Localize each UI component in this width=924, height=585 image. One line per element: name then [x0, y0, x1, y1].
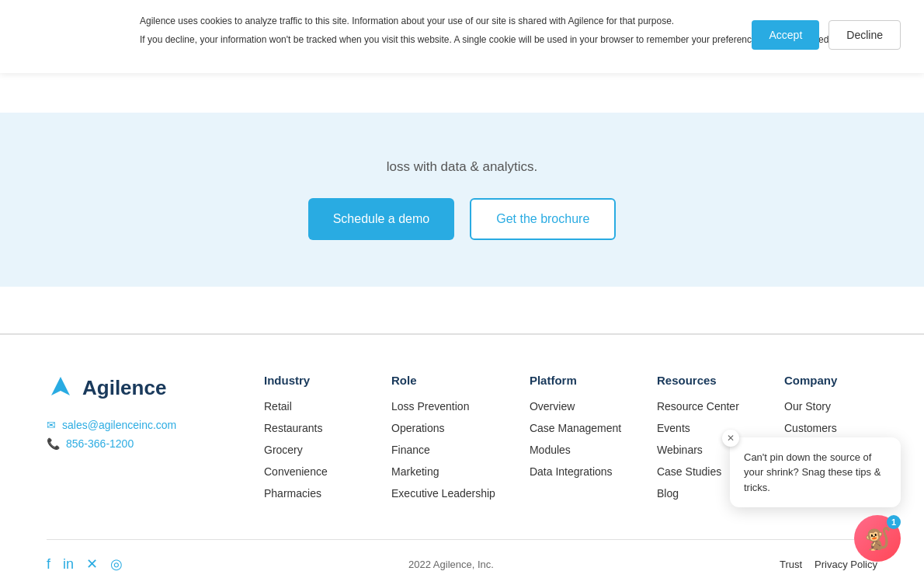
list-item: Executive Leadership: [391, 486, 495, 500]
list-item: Restaurants: [264, 421, 357, 435]
platform-list: Overview Case Management Modules Data In…: [530, 399, 623, 479]
list-item: Our Story: [784, 399, 877, 413]
list-item: Grocery: [264, 443, 357, 457]
list-item: Operations: [391, 421, 495, 435]
footer-col-role: Role Loss Prevention Operations Finance …: [391, 374, 495, 508]
resources-title: Resources: [657, 374, 750, 387]
retail-link[interactable]: Retail: [264, 400, 292, 413]
list-item: Retail: [264, 399, 357, 413]
blog-link[interactable]: Blog: [657, 487, 679, 500]
social-icons: f in ✕ ◎: [47, 555, 123, 573]
copyright: 2022 Agilence, Inc.: [408, 559, 494, 570]
events-link[interactable]: Events: [657, 422, 690, 434]
list-item: Data Integrations: [530, 465, 623, 479]
list-item: Pharmacies: [264, 486, 357, 500]
pharmacies-link[interactable]: Pharmacies: [264, 487, 321, 500]
hero-section: loss with data & analytics. Schedule a d…: [0, 113, 924, 287]
list-item: Case Management: [530, 421, 623, 435]
svg-marker-0: [51, 377, 70, 395]
chat-close-button[interactable]: ✕: [722, 430, 739, 447]
convenience-link[interactable]: Convenience: [264, 465, 328, 478]
phone-item: 📞 856-366-1200: [47, 437, 264, 450]
hero-subtitle: loss with data & analytics.: [229, 159, 695, 175]
cookie-buttons: Accept Decline: [752, 20, 901, 50]
operations-link[interactable]: Operations: [391, 422, 444, 434]
schedule-demo-button[interactable]: Schedule a demo: [308, 198, 455, 240]
customers-link[interactable]: Customers: [784, 422, 837, 434]
industry-list: Retail Restaurants Grocery Convenience P…: [264, 399, 357, 500]
logo-icon: [47, 374, 75, 402]
list-item: Modules: [530, 443, 623, 457]
restaurants-link[interactable]: Restaurants: [264, 422, 322, 434]
footer-brand: Agilence ✉ sales@agilenceinc.com 📞 856-3…: [47, 374, 264, 456]
list-item: Finance: [391, 443, 495, 457]
email-icon: ✉: [47, 419, 56, 431]
company-title: Company: [784, 374, 877, 387]
industry-title: Industry: [264, 374, 357, 387]
our-story-link[interactable]: Our Story: [784, 400, 831, 413]
marketing-link[interactable]: Marketing: [391, 465, 439, 478]
modules-link[interactable]: Modules: [530, 444, 571, 456]
logo-text: Agilence: [82, 376, 166, 400]
cookie-banner: Agilence uses cookies to analyze traffic…: [0, 0, 924, 73]
facebook-icon[interactable]: f: [47, 556, 50, 573]
avatar[interactable]: 🐒 1: [854, 515, 901, 562]
instagram-icon[interactable]: ◎: [110, 555, 123, 573]
email-link[interactable]: sales@agilenceinc.com: [62, 419, 176, 431]
accept-button[interactable]: Accept: [752, 20, 819, 50]
footer-contact: ✉ sales@agilenceinc.com 📞 856-366-1200: [47, 419, 264, 450]
grocery-link[interactable]: Grocery: [264, 444, 303, 456]
list-item: Resource Center: [657, 399, 750, 413]
list-item: Overview: [530, 399, 623, 413]
executive-leadership-link[interactable]: Executive Leadership: [391, 487, 495, 500]
linkedin-icon[interactable]: in: [63, 556, 74, 573]
platform-title: Platform: [530, 374, 623, 387]
role-list: Loss Prevention Operations Finance Marke…: [391, 399, 495, 500]
list-item: Loss Prevention: [391, 399, 495, 413]
phone-link[interactable]: 856-366-1200: [66, 437, 134, 450]
spacer: [0, 287, 924, 333]
webinars-link[interactable]: Webinars: [657, 444, 703, 456]
case-management-link[interactable]: Case Management: [530, 422, 621, 434]
hero-buttons: Schedule a demo Get the brochure: [0, 198, 924, 240]
finance-link[interactable]: Finance: [391, 444, 430, 456]
decline-button[interactable]: Decline: [828, 20, 901, 50]
case-studies-link[interactable]: Case Studies: [657, 465, 721, 478]
loss-prevention-link[interactable]: Loss Prevention: [391, 400, 469, 413]
chat-bubble: ✕ Can't pin down the source of your shri…: [730, 437, 901, 508]
chat-avatar-area: 🐒 1: [730, 515, 901, 562]
list-item: Marketing: [391, 465, 495, 479]
logo-area: Agilence: [47, 374, 264, 402]
chat-widget: ✕ Can't pin down the source of your shri…: [730, 437, 901, 562]
data-integrations-link[interactable]: Data Integrations: [530, 465, 613, 478]
get-brochure-button[interactable]: Get the brochure: [470, 198, 616, 240]
overview-link[interactable]: Overview: [530, 400, 575, 413]
role-title: Role: [391, 374, 495, 387]
footer-col-industry: Industry Retail Restaurants Grocery Conv…: [264, 374, 357, 508]
avatar-badge: 1: [887, 515, 901, 529]
resource-center-link[interactable]: Resource Center: [657, 400, 739, 413]
list-item: Customers: [784, 421, 877, 435]
footer-col-platform: Platform Overview Case Management Module…: [530, 374, 623, 508]
chat-message: Can't pin down the source of your shrink…: [744, 451, 881, 493]
phone-icon: 📞: [47, 437, 60, 450]
list-item: Convenience: [264, 465, 357, 479]
email-item: ✉ sales@agilenceinc.com: [47, 419, 264, 431]
twitter-icon[interactable]: ✕: [86, 555, 98, 573]
